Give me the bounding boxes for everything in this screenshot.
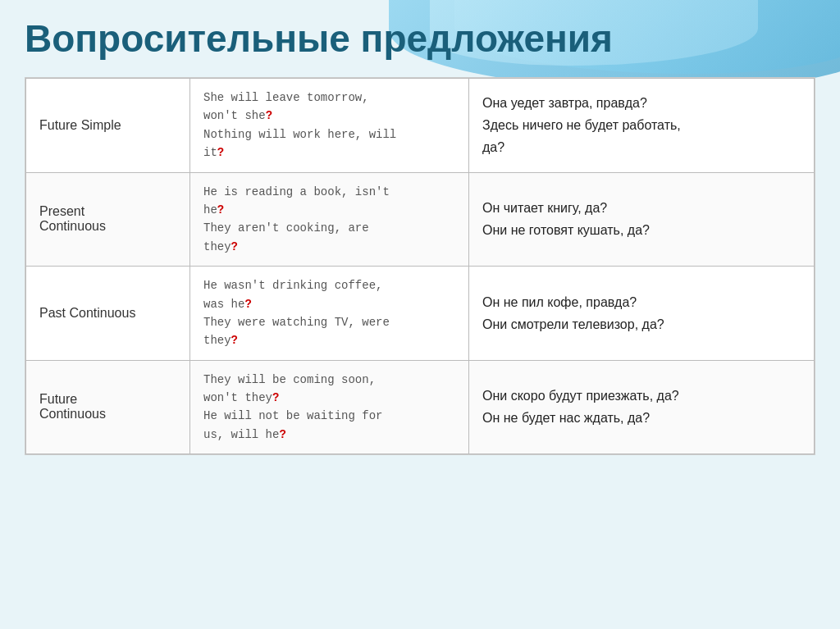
page-title: Вопросительные предложения <box>25 16 815 61</box>
table-row: Future ContinuousThey will be coming soo… <box>26 360 815 454</box>
tense-cell: Future Simple <box>26 79 190 173</box>
russian-cell: Они скоро будут приезжать, да?Он не буде… <box>469 360 815 454</box>
english-cell: He is reading a book, isn'the?They aren'… <box>190 172 469 267</box>
page-content: Вопросительные предложения Future Simple… <box>0 0 840 472</box>
table-row: Future SimpleShe will leave tomorrow,won… <box>26 79 815 173</box>
table-row: Past ContinuousHe wasn't drinking coffee… <box>26 267 815 361</box>
tense-cell: Future Continuous <box>26 360 190 454</box>
russian-cell: Она уедет завтра, правда?Здесь ничего не… <box>469 79 815 173</box>
table-row: Present ContinuousHe is reading a book, … <box>26 172 815 267</box>
russian-cell: Он читает книгу, да?Они не готовят кушат… <box>469 172 815 267</box>
russian-cell: Он не пил кофе, правда?Они смотрели теле… <box>469 267 815 361</box>
english-cell: He wasn't drinking coffee,was he?They we… <box>190 267 469 361</box>
english-cell: They will be coming soon,won't they?He w… <box>190 360 469 454</box>
grammar-table-container: Future SimpleShe will leave tomorrow,won… <box>25 77 815 455</box>
grammar-table: Future SimpleShe will leave tomorrow,won… <box>25 78 815 454</box>
tense-cell: Past Continuous <box>26 267 190 361</box>
tense-cell: Present Continuous <box>26 172 190 267</box>
english-cell: She will leave tomorrow,won't she?Nothin… <box>190 79 469 173</box>
